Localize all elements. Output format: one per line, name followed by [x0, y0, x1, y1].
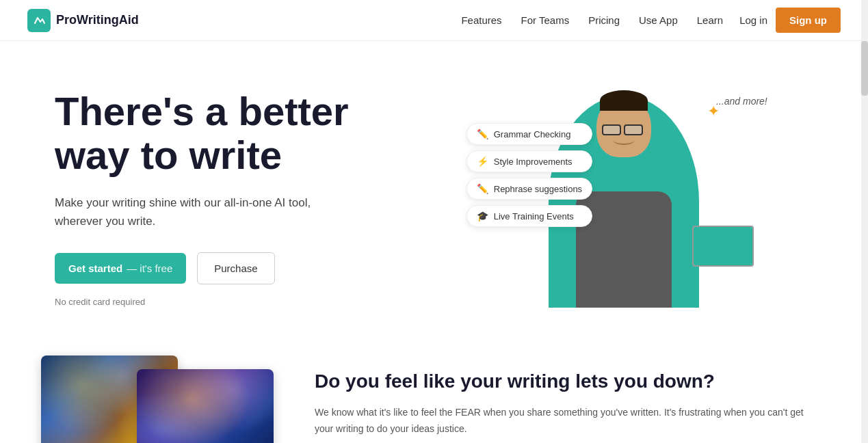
more-label: ...and more!	[716, 96, 767, 107]
laptop-screen	[694, 227, 752, 265]
person-illustration: ✦ ...and more! ✏️ Grammar Checking ⚡ Sty…	[508, 89, 740, 308]
logo-link[interactable]: ProWritingAid	[27, 9, 139, 32]
get-started-button[interactable]: Get started — it's free	[55, 253, 186, 284]
hero-subtitle: Make your writing shine with our all-in-…	[55, 193, 434, 230]
navbar: ProWritingAid Features For Teams Pricing…	[0, 0, 868, 41]
signup-button[interactable]: Sign up	[776, 8, 841, 33]
nav-features[interactable]: Features	[461, 14, 501, 26]
lower-body: We know what it's like to feel the FEAR …	[315, 405, 813, 438]
nav-learn[interactable]: Learn	[697, 14, 723, 26]
no-credit-card-text: No credit card required	[55, 297, 434, 307]
image-cards: My idea in my head	[41, 355, 274, 443]
rephrase-icon: ✏️	[477, 183, 488, 194]
login-button[interactable]: Log in	[739, 14, 767, 26]
nav-use-app[interactable]: Use App	[639, 14, 678, 26]
pill-training: 🎓 Live Training Events	[466, 205, 592, 227]
pill-rephrase: ✏️ Rephrase suggestions	[466, 178, 592, 200]
pill-grammar: ✏️ Grammar Checking	[466, 123, 592, 145]
logo-text: ProWritingAid	[56, 13, 139, 27]
person-head	[596, 96, 651, 157]
logo-icon	[27, 9, 51, 32]
laptop	[692, 226, 754, 267]
lower-title: Do you feel like your writing lets you d…	[315, 369, 813, 394]
hero-illustration: ✦ ...and more! ✏️ Grammar Checking ⚡ Sty…	[434, 82, 814, 314]
scrollbar-thumb[interactable]	[861, 41, 868, 96]
training-icon: 🎓	[477, 211, 488, 222]
glasses	[602, 124, 646, 135]
hero-cta: Get started — it's free Purchase	[55, 252, 434, 284]
nav-for-teams[interactable]: For Teams	[521, 14, 570, 26]
nav-pricing[interactable]: Pricing	[588, 14, 620, 26]
hero-section: There's a better way to write Make your …	[0, 41, 868, 342]
nav-links: Features For Teams Pricing Use App Learn	[461, 14, 723, 27]
scrollbar[interactable]	[861, 0, 868, 443]
feature-pills: ✏️ Grammar Checking ⚡ Style Improvements…	[466, 123, 592, 227]
hero-left: There's a better way to write Make your …	[55, 90, 434, 307]
pill-style: ⚡ Style Improvements	[466, 150, 592, 172]
lower-section: My idea in my head Do you feel like your…	[0, 342, 868, 443]
purchase-button[interactable]: Purchase	[197, 252, 274, 284]
grammar-icon: ✏️	[477, 129, 488, 139]
style-icon: ⚡	[477, 156, 488, 167]
lower-copy: Do you feel like your writing lets you d…	[315, 355, 813, 438]
card-front-swirls	[137, 369, 274, 443]
hero-title: There's a better way to write	[55, 90, 434, 177]
card-front: My idea in my head	[137, 369, 274, 443]
